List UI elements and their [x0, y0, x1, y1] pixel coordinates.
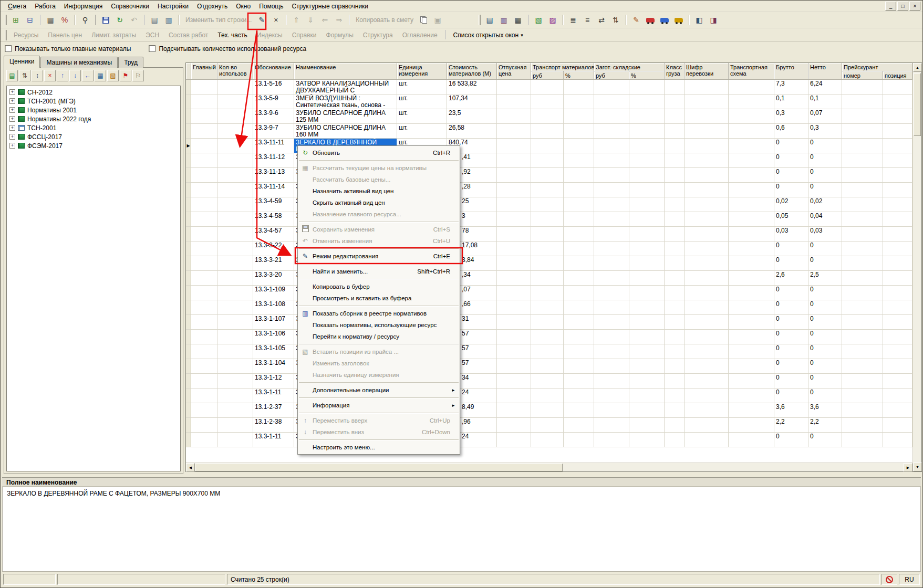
cell-glavny[interactable] — [191, 374, 217, 388]
table-row[interactable]: 13.3-5-9ЗМЕЙ ВОЗДУШНЫЙ : Синтетическая т… — [186, 94, 912, 109]
cell-p-nom[interactable] — [842, 315, 883, 330]
cell-z-rub[interactable] — [594, 227, 629, 242]
col-header-preyskurant[interactable]: Прейскурант — [842, 63, 912, 71]
cell-naim[interactable]: ЗАТВОР КАНАЛИЗАЦИОННЫЙ ДВУХКАМЕРНЫЙ С — [294, 80, 397, 94]
cell-shema[interactable] — [729, 403, 774, 418]
import-button[interactable]: ▥ — [497, 14, 511, 26]
cell-shifr[interactable] — [685, 403, 729, 418]
col-header-otpusknaya[interactable]: Отпускная цена — [497, 63, 531, 80]
cell-klass[interactable] — [665, 330, 685, 344]
cell-klass[interactable] — [665, 80, 685, 94]
cell-t-pct[interactable] — [564, 330, 594, 344]
delete-button[interactable]: × — [44, 70, 56, 81]
col-header-klass-gruza[interactable]: Класс груза — [665, 63, 685, 80]
cell-t-pct[interactable] — [564, 242, 594, 256]
cell-brutto[interactable]: 0 — [774, 242, 808, 256]
cell-obosn[interactable]: 13.3-1-109 — [253, 286, 294, 300]
cell-klass[interactable] — [665, 359, 685, 374]
cell-klass[interactable] — [665, 433, 685, 447]
cell-t-rub[interactable] — [531, 183, 564, 197]
cell-t-rub[interactable] — [531, 433, 564, 447]
cell-z-pct[interactable] — [629, 418, 665, 433]
cell-obosn[interactable]: 13.3-1-107 — [253, 315, 294, 330]
cell-shifr[interactable] — [685, 94, 729, 109]
cell-glavny[interactable] — [191, 197, 217, 212]
cell-z-rub[interactable] — [594, 80, 629, 94]
cell-z-rub[interactable] — [594, 286, 629, 300]
cell-z-rub[interactable] — [594, 433, 629, 447]
cell-obosn[interactable]: 13.3-1-106 — [253, 330, 294, 344]
expander-icon[interactable]: + — [9, 107, 15, 113]
menu-item-hide-active-price-view[interactable]: Скрыть активный вид цен — [298, 197, 460, 208]
cell-kolvo[interactable] — [217, 433, 253, 447]
cell-z-rub[interactable] — [594, 94, 629, 109]
cell-shema[interactable] — [729, 388, 774, 403]
layers-button[interactable]: ◧ — [692, 14, 706, 26]
cell-glavny[interactable] — [191, 403, 217, 418]
col-header-stoimost[interactable]: Стоимость материалов (М) — [447, 63, 497, 80]
cell-obosn[interactable]: 13.1-5-16 — [253, 80, 294, 94]
cell-t-pct[interactable] — [564, 153, 594, 168]
cell-brutto[interactable]: 7,3 — [774, 80, 808, 94]
cell-shema[interactable] — [729, 256, 774, 271]
cell-glavny[interactable] — [191, 433, 217, 447]
expander-icon[interactable]: + — [9, 116, 15, 122]
table-view-button[interactable]: ▦ — [44, 14, 57, 26]
cell-p-nom[interactable] — [842, 433, 883, 447]
cell-glavny[interactable] — [191, 315, 217, 330]
cell-obosn[interactable]: 13.3-9-7 — [253, 124, 294, 139]
cell-z-pct[interactable] — [629, 139, 665, 153]
cell-t-pct[interactable] — [564, 212, 594, 227]
cell-p-nom[interactable] — [842, 418, 883, 433]
cell-z-pct[interactable] — [629, 286, 665, 300]
cell-otpusk[interactable] — [497, 418, 531, 433]
cell-klass[interactable] — [665, 197, 685, 212]
cell-p-nom[interactable] — [842, 403, 883, 418]
sort-lines-button[interactable]: ≣ — [566, 14, 580, 26]
cell-klass[interactable] — [665, 139, 685, 153]
cell-t-pct[interactable] — [564, 344, 594, 359]
open-folder-button[interactable]: ▧ — [107, 70, 119, 81]
cell-z-rub[interactable] — [594, 183, 629, 197]
cell-shema[interactable] — [729, 418, 774, 433]
cell-p-nom[interactable] — [842, 359, 883, 374]
cell-kolvo[interactable] — [217, 344, 253, 359]
cell-glavny[interactable] — [191, 139, 217, 153]
table-row[interactable]: 13.3-4-58З30,050,04 — [186, 212, 912, 227]
cell-p-poz[interactable] — [883, 242, 912, 256]
add-section-button[interactable]: ⊞ — [9, 14, 23, 26]
table-row[interactable]: ▶13.3-11-11ЗЕРКАЛО В ДЕРЕВЯННОЙ РАМЕ С Ф… — [186, 139, 912, 153]
col-header-preysk-nomer[interactable]: номер — [842, 71, 883, 80]
menu-item-information[interactable]: Информация► — [298, 400, 460, 411]
cell-obosn[interactable]: 13.3-3-22 — [253, 242, 294, 256]
cell-kolvo[interactable] — [217, 315, 253, 330]
cell-p-nom[interactable] — [842, 286, 883, 300]
cell-z-pct[interactable] — [629, 94, 665, 109]
cell-t-pct[interactable] — [564, 139, 594, 153]
menu-item-view-paste-buffer[interactable]: Просмотреть и вставить из буфера — [298, 292, 460, 304]
move-row-up-button[interactable]: ⇑ — [289, 14, 303, 26]
filter-main-materials[interactable]: Показывать только главные материалы — [5, 45, 131, 52]
cell-shema[interactable] — [729, 212, 774, 227]
cell-glavny[interactable] — [191, 242, 217, 256]
table-row[interactable]: 13.3-1-108З,6600 — [186, 300, 912, 315]
percent-button[interactable]: % — [58, 14, 71, 26]
cell-otpusk[interactable] — [497, 242, 531, 256]
cell-glavny[interactable] — [191, 212, 217, 227]
cell-t-pct[interactable] — [564, 183, 594, 197]
cell-p-poz[interactable] — [883, 433, 912, 447]
cell-netto[interactable]: 0 — [808, 242, 842, 256]
cell-klass[interactable] — [665, 94, 685, 109]
cell-t-rub[interactable] — [531, 330, 564, 344]
cell-otpusk[interactable] — [497, 433, 531, 447]
cell-netto[interactable]: 0,3 — [808, 124, 842, 139]
col-header-naimenovanie[interactable]: Наименование — [294, 63, 397, 80]
cell-p-nom[interactable] — [842, 271, 883, 286]
cell-glavny[interactable] — [191, 300, 217, 315]
cell-otpusk[interactable] — [497, 388, 531, 403]
cell-brutto[interactable]: 2,6 — [774, 271, 808, 286]
cell-obosn[interactable]: 13.3-1-11 — [253, 388, 294, 403]
cell-netto[interactable]: 0 — [808, 183, 842, 197]
cell-p-poz[interactable] — [883, 168, 912, 183]
cell-t-pct[interactable] — [564, 197, 594, 212]
